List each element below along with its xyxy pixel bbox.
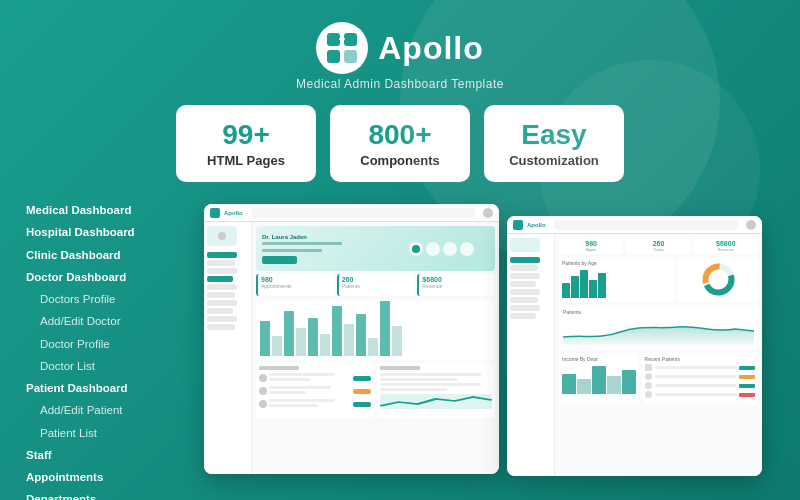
mini-table-row-3	[645, 382, 755, 389]
main-container: Apollo Medical Admin Dashboard Template …	[0, 0, 800, 500]
mini-logo	[210, 208, 220, 218]
mini-row-badge-2	[739, 375, 755, 379]
mini-stat-2: 260 Patients	[337, 274, 415, 296]
sidebar-item-hospital[interactable]: Hospital Dashboard	[26, 222, 200, 243]
mini-appt-name-3	[269, 399, 335, 402]
mini-sidebar-menu-7	[207, 300, 237, 306]
stat-components: 800+ Components	[330, 105, 470, 182]
mini-hero-icons	[409, 242, 489, 256]
mini-appt-badge-2	[353, 389, 371, 394]
mini-appt-avatar-3	[259, 400, 267, 408]
mini-layout: Dr. Laura Jaden	[204, 222, 499, 474]
mini-dept-bars	[562, 364, 636, 394]
mini-stat2-lbl-2: Today	[629, 247, 687, 252]
mini-sidebar-menu-9	[207, 316, 237, 322]
mini-dept-chart: Income By Dept	[559, 353, 639, 403]
mini-user-avatar	[483, 208, 493, 218]
sidebar-item-patient-dashboard[interactable]: Patient Dashboard	[26, 378, 200, 399]
age-bar-1	[562, 283, 570, 298]
mini-appt-time-3	[269, 404, 318, 407]
logo-svg	[325, 31, 359, 65]
mini-appt-name-2	[269, 386, 331, 389]
mini-activity-row-2	[380, 378, 458, 381]
mini-sidebar-menu-5	[207, 284, 237, 290]
mini-dept-label: Income By Dept	[562, 356, 636, 362]
sidebar-list: Medical Dashboard Hospital Dashboard Cli…	[10, 196, 200, 486]
mini-app-name-2: Apollo	[527, 222, 546, 228]
mini-bar-2	[272, 336, 282, 356]
mini-sidebar2-item-1	[510, 257, 540, 263]
mini-row-avatar-2	[645, 373, 652, 380]
mini-age-bars	[562, 268, 672, 298]
mini-specialty-icon-3	[443, 242, 457, 256]
mini-sidebar2-item-5	[510, 289, 540, 295]
mini-sidebar2-item-6	[510, 297, 538, 303]
mini-bar-11	[380, 301, 390, 356]
sidebar-item-doctor-list[interactable]: Doctor List	[26, 356, 200, 377]
stat-number-1: 99+	[200, 119, 292, 151]
mini-bar-3	[284, 311, 294, 356]
mini-row-avatar-4	[645, 391, 652, 398]
mini-appt-info-1	[269, 373, 351, 383]
mini-avatar-2	[746, 220, 756, 230]
mini-doctor-name: Dr. Laura Jaden	[262, 234, 403, 240]
mini-donut-svg	[701, 262, 736, 297]
mini-user-card	[207, 226, 237, 246]
age-bar-5	[598, 273, 606, 298]
sidebar-item-clinic[interactable]: Clinic Dashboard	[26, 245, 200, 266]
sidebar-item-staff[interactable]: Staff	[26, 445, 200, 466]
mini-search	[251, 208, 475, 218]
sidebar-item-patient-list[interactable]: Patient List	[26, 423, 200, 444]
mini-bar-10	[368, 338, 378, 356]
mini-stat2-num-1: 980	[562, 240, 620, 247]
mini-bar-5	[308, 318, 318, 356]
mini-content-area: Dr. Laura Jaden	[252, 222, 499, 474]
stat-customization: Easy Customization	[484, 105, 624, 182]
mini-bottom-section	[256, 363, 495, 418]
mini-sidebar2-item-4	[510, 281, 536, 287]
logo-title: Apollo	[378, 30, 484, 67]
mini-sidebar-menu-10	[207, 324, 235, 330]
sidebar-item-doctor-profile[interactable]: Doctor Profile	[26, 334, 200, 355]
mini-appt-name-1	[269, 373, 335, 376]
mini-content-2: 980 Appts 260 Today $6800 Revenue	[555, 234, 762, 476]
mini-bar-8	[344, 324, 354, 356]
dept-bar-2	[577, 379, 591, 394]
mini-sidebar2-item-3	[510, 273, 540, 279]
mini-appt-time-2	[269, 391, 306, 394]
mini-sparkline	[380, 394, 492, 409]
mini-stat-num-2: 260	[342, 276, 412, 283]
dept-bar-1	[562, 374, 576, 394]
mini-search-2	[554, 220, 738, 230]
sidebar-item-appointments[interactable]: Appointments	[26, 467, 200, 488]
mini-table-title: Recent Patients	[645, 356, 755, 362]
age-bar-4	[589, 280, 597, 298]
mini-appt-item-1	[259, 373, 371, 383]
mini-row-text-4	[655, 393, 737, 396]
mini-sidebar-menu-4	[207, 276, 233, 282]
sidebar-item-doctor-dashboard[interactable]: Doctor Dashboard	[26, 267, 200, 288]
mini-sidebar2-item-7	[510, 305, 540, 311]
mini-stats-row: 980 Appointments 260 Patients $6800 Reve…	[256, 274, 495, 296]
mini-appointments-card	[256, 363, 374, 418]
sidebar-item-add-edit-patient[interactable]: Add/Edit Patient	[26, 400, 200, 421]
mini-specialty-icon-2	[426, 242, 440, 256]
svg-rect-5	[341, 36, 343, 42]
dept-bar-4	[607, 376, 621, 394]
mini-topbar: Apollo	[204, 204, 499, 222]
mini-stat-lbl-1: Appointments	[261, 283, 331, 289]
svg-rect-2	[327, 50, 340, 63]
mini-user-area-2	[510, 238, 540, 252]
mini-line-chart-area: Patients	[559, 305, 758, 350]
sidebar-item-doctors-profile[interactable]: Doctors Profile	[26, 289, 200, 310]
sidebar-item-add-edit-doctor[interactable]: Add/Edit Doctor	[26, 311, 200, 332]
mini-sidebar2-item-8	[510, 313, 536, 319]
mini-row-avatar-3	[645, 382, 652, 389]
mini-row-text-1	[655, 366, 737, 369]
mini-logo-2	[513, 220, 523, 230]
sidebar-item-departments[interactable]: Departments	[26, 489, 200, 500]
sidebar-item-medical[interactable]: Medical Dashboard	[26, 200, 200, 221]
stat-label-2: Components	[354, 153, 446, 168]
mini-row-text-2	[655, 375, 737, 378]
mini-age-label: Patients by Age	[562, 260, 672, 266]
